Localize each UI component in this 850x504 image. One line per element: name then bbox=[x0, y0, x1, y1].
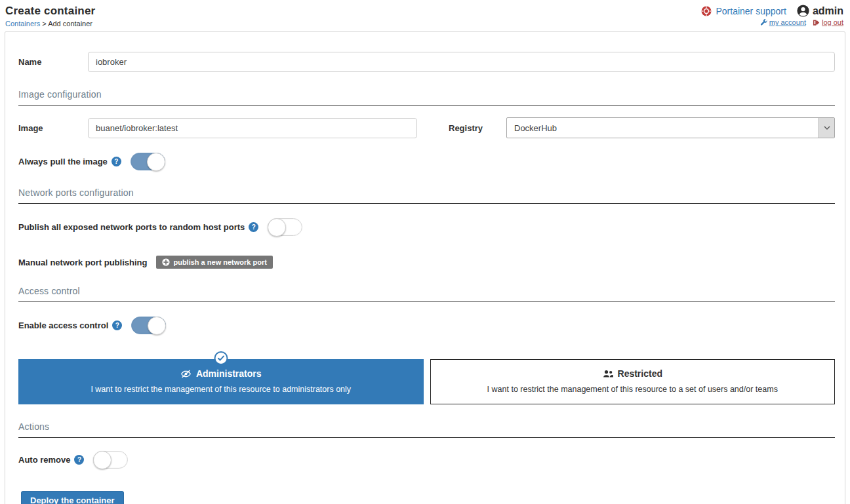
deploy-container-button[interactable]: Deploy the container bbox=[21, 491, 124, 504]
registry-select[interactable]: DockerHub bbox=[506, 117, 835, 138]
publish-all-row: Publish all exposed network ports to ran… bbox=[18, 218, 835, 236]
log-out-link[interactable]: log out bbox=[813, 18, 843, 26]
breadcrumb-separator: > bbox=[40, 20, 48, 28]
always-pull-toggle[interactable] bbox=[131, 153, 165, 170]
toggle-knob bbox=[268, 218, 286, 237]
image-registry-row: Image Registry DockerHub bbox=[18, 117, 835, 138]
enable-access-row: Enable access control ? bbox=[18, 317, 835, 334]
always-pull-row: Always pull the image ? bbox=[18, 153, 835, 170]
enable-access-label: Enable access control bbox=[18, 320, 108, 330]
restricted-description: I want to restrict the management of thi… bbox=[439, 385, 827, 394]
help-icon: ? bbox=[74, 455, 84, 465]
access-option-administrators[interactable]: Administrators I want to restrict the ma… bbox=[18, 359, 424, 404]
toggle-knob bbox=[147, 153, 165, 171]
sign-out-icon bbox=[813, 19, 820, 26]
container-name-input[interactable] bbox=[88, 52, 835, 72]
publish-all-toggle[interactable] bbox=[268, 218, 302, 236]
section-title-access-control: Access control bbox=[18, 286, 835, 302]
help-icon: ? bbox=[111, 157, 121, 166]
portainer-support-link[interactable]: Portainer support bbox=[701, 6, 786, 16]
my-account-link[interactable]: my account bbox=[760, 18, 806, 26]
page-title: Create container bbox=[5, 5, 95, 18]
plus-circle-icon bbox=[162, 258, 170, 266]
eye-slash-icon bbox=[180, 370, 192, 378]
publish-new-port-label: publish a new network port bbox=[173, 258, 266, 266]
registry-selected-value: DockerHub bbox=[507, 118, 819, 138]
image-input[interactable] bbox=[88, 118, 417, 138]
auto-remove-toggle[interactable] bbox=[93, 451, 128, 469]
user-circle-icon bbox=[797, 5, 809, 17]
life-ring-icon bbox=[701, 6, 712, 16]
breadcrumb-current: Add container bbox=[48, 20, 92, 28]
help-icon: ? bbox=[112, 320, 122, 330]
section-title-actions: Actions bbox=[18, 421, 835, 438]
log-out-label: log out bbox=[822, 18, 843, 26]
page-header: Create container Containers > Add contai… bbox=[0, 0, 850, 29]
auto-remove-row: Auto remove ? bbox=[18, 451, 835, 469]
auto-remove-label: Auto remove bbox=[18, 455, 70, 465]
enable-access-toggle[interactable] bbox=[131, 317, 166, 334]
toggle-knob bbox=[93, 451, 111, 469]
header-right: Portainer support admin bbox=[701, 5, 843, 26]
toggle-knob bbox=[148, 317, 166, 335]
header-left: Create container Containers > Add contai… bbox=[5, 5, 95, 28]
publish-new-port-button[interactable]: publish a new network port bbox=[156, 256, 272, 269]
access-option-restricted[interactable]: Restricted I want to restrict the manage… bbox=[430, 359, 836, 404]
check-circle-icon bbox=[214, 351, 228, 365]
restricted-title: Restricted bbox=[618, 368, 662, 379]
name-row: Name bbox=[18, 52, 835, 72]
support-label: Portainer support bbox=[716, 6, 786, 16]
my-account-label: my account bbox=[769, 18, 806, 26]
administrators-title: Administrators bbox=[196, 368, 262, 379]
image-label: Image bbox=[18, 123, 88, 133]
username-label: admin bbox=[813, 5, 843, 17]
breadcrumb: Containers > Add container bbox=[5, 20, 95, 28]
administrators-description: I want to restrict the management of thi… bbox=[27, 385, 415, 394]
users-icon bbox=[603, 370, 613, 378]
wrench-icon bbox=[760, 19, 767, 26]
logged-in-user: admin bbox=[797, 5, 843, 17]
create-container-form-panel: Name Image configuration Image Registry … bbox=[5, 31, 845, 504]
name-label: Name bbox=[18, 57, 88, 67]
section-title-image-configuration: Image configuration bbox=[18, 89, 835, 106]
breadcrumb-link-containers[interactable]: Containers bbox=[5, 20, 40, 28]
manual-port-label: Manual network port publishing bbox=[18, 258, 147, 267]
chevron-down-icon bbox=[819, 118, 834, 138]
section-title-network-ports: Network ports configuration bbox=[18, 187, 835, 204]
publish-all-label: Publish all exposed network ports to ran… bbox=[18, 222, 245, 232]
registry-label: Registry bbox=[449, 123, 506, 133]
manual-port-row: Manual network port publishing publish a… bbox=[18, 256, 835, 269]
always-pull-label: Always pull the image bbox=[18, 157, 108, 166]
access-box-selector: Administrators I want to restrict the ma… bbox=[18, 351, 835, 404]
help-icon: ? bbox=[249, 222, 258, 232]
